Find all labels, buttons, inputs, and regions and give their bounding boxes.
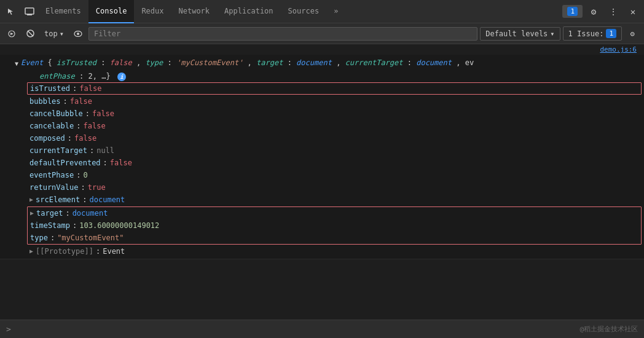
- issue-badge[interactable]: 1 Issue: 1: [563, 26, 622, 41]
- svg-rect-1: [27, 14, 32, 15]
- tab-bar-left: [2, 3, 38, 20]
- issue-count: 1: [606, 29, 616, 38]
- prop-row-isTrusted: isTrusted : false: [27, 82, 642, 95]
- chevron-down-icon: ▾: [550, 29, 554, 38]
- expand-prototype-icon[interactable]: ▶: [29, 246, 33, 257]
- close-icon[interactable]: ✕: [624, 3, 642, 20]
- prop-row-cancelable: cancelable : false: [10, 120, 644, 132]
- file-reference[interactable]: demo.js:6: [0, 44, 644, 55]
- tab-sources[interactable]: Sources: [281, 0, 327, 23]
- eye-icon[interactable]: [70, 26, 86, 42]
- chevron-down-icon: ▾: [60, 29, 64, 38]
- expand-target-icon[interactable]: ▶: [30, 208, 34, 219]
- prop-row-prototype[interactable]: ▶ [[Prototype]] : Event: [10, 245, 644, 257]
- prop-row-type: type : "myCustomEvent": [28, 232, 641, 244]
- prop-row-timeStamp: timeStamp : 103.60000000149012: [28, 219, 641, 232]
- prop-row-cancelBubble: cancelBubble : false: [10, 108, 644, 120]
- badge-count: 1: [567, 7, 578, 16]
- tab-network[interactable]: Network: [171, 0, 218, 23]
- tab-bar: Elements Console Redux Network Applicati…: [0, 0, 644, 23]
- svg-line-4: [28, 31, 33, 36]
- tab-more[interactable]: »: [326, 0, 345, 23]
- tab-bar-right: 1 ⚙ ⋮ ✕: [562, 3, 642, 20]
- info-icon[interactable]: i: [117, 73, 126, 81]
- cursor-icon[interactable]: [2, 3, 20, 20]
- console-output: demo.js:6 ▼ Event { isTrusted : false , …: [0, 44, 644, 320]
- play-button[interactable]: [4, 26, 20, 42]
- expand-arrow-icon[interactable]: ▼: [15, 58, 18, 69]
- device-icon[interactable]: [21, 3, 38, 20]
- event-summary-line[interactable]: ▼ Event { isTrusted : false , type : 'my…: [10, 56, 644, 71]
- tab-console[interactable]: Console: [88, 0, 135, 23]
- prop-row-bubbles: bubbles : false: [10, 95, 644, 108]
- svg-point-6: [77, 33, 79, 35]
- console-settings-icon[interactable]: ⚙: [624, 26, 640, 42]
- expand-srcElement-icon[interactable]: ▶: [29, 194, 33, 205]
- prop-row-eventPhase: eventPhase : 0: [10, 169, 644, 181]
- prompt-icon: >: [6, 324, 11, 334]
- context-selector[interactable]: top ▾: [41, 28, 68, 39]
- more-icon[interactable]: ⋮: [605, 3, 622, 20]
- badge-button[interactable]: 1: [562, 5, 583, 18]
- toolbar: top ▾ Default levels ▾ 1 Issue: 1 ⚙: [0, 23, 644, 44]
- group-highlight: ▶ target : document timeStamp : 103.6000…: [27, 206, 642, 245]
- prop-row-currentTarget: currentTarget : null: [10, 144, 644, 157]
- prop-row-composed: composed : false: [10, 132, 644, 144]
- filter-input[interactable]: [88, 27, 477, 41]
- tab-elements[interactable]: Elements: [38, 0, 88, 23]
- prop-row-target[interactable]: ▶ target : document: [28, 207, 641, 219]
- prop-row-returnValue: returnValue : true: [10, 181, 644, 194]
- event-summary-line2: entPhase : 2, …} i: [10, 71, 644, 82]
- tab-application[interactable]: Application: [217, 0, 280, 23]
- block-button[interactable]: [22, 26, 38, 42]
- tab-redux[interactable]: Redux: [134, 0, 171, 23]
- log-entry: ▼ Event { isTrusted : false , type : 'my…: [0, 55, 644, 259]
- prop-row-defaultPrevented: defaultPrevented : false: [10, 157, 644, 169]
- bottom-bar: > @稻土掘金技术社区: [0, 320, 644, 338]
- settings-icon[interactable]: ⚙: [585, 3, 602, 20]
- prop-row-srcElement[interactable]: ▶ srcElement : document: [10, 194, 644, 206]
- svg-rect-0: [25, 8, 34, 14]
- watermark: @稻土掘金技术社区: [579, 324, 638, 334]
- level-selector[interactable]: Default levels ▾: [480, 27, 560, 41]
